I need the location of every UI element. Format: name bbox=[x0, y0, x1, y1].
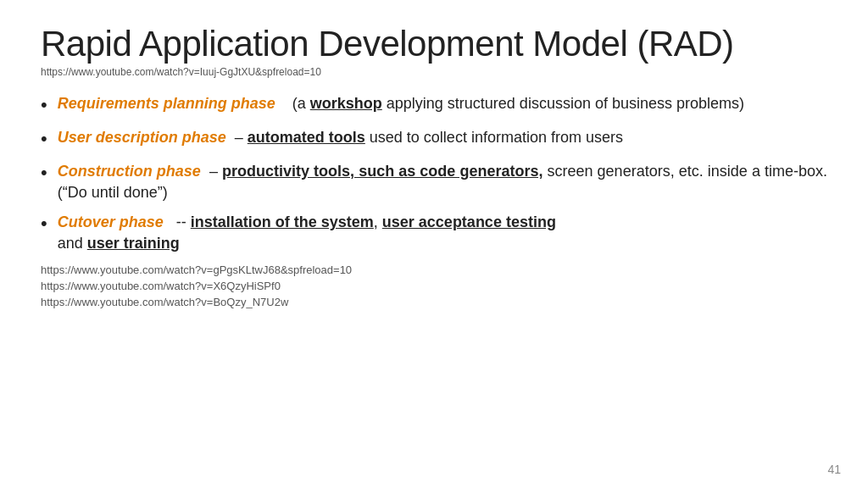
bullet-text-user: User description phase – automated tools… bbox=[58, 127, 827, 148]
bullet-dot-3: • bbox=[41, 160, 47, 186]
phase-label-cutover: Cutover phase bbox=[58, 214, 164, 230]
bullet-item-requirements: • Requirements planning phase (a worksho… bbox=[41, 93, 827, 119]
links-section: https://www.youtube.com/watch?v=gPgsKLtw… bbox=[41, 263, 827, 308]
bullet-text-construction: Construction phase – productivity tools,… bbox=[58, 161, 827, 203]
page-number: 41 bbox=[827, 463, 841, 476]
slide: Rapid Application Development Model (RAD… bbox=[0, 0, 868, 488]
title-block: Rapid Application Development Model (RAD… bbox=[41, 24, 827, 78]
ref-link-2: https://www.youtube.com/watch?v=X6QzyHiS… bbox=[41, 280, 827, 292]
subtitle-link: https://www.youtube.com/watch?v=Iuuj-GgJ… bbox=[41, 66, 827, 78]
slide-title: Rapid Application Development Model (RAD… bbox=[41, 24, 827, 64]
keyword-workshop: workshop bbox=[310, 95, 382, 112]
bullet-item-user: • User description phase – automated too… bbox=[41, 127, 827, 152]
keyword-automated-tools: automated tools bbox=[248, 129, 365, 146]
phase-label-user: User description phase bbox=[58, 129, 226, 146]
keyword-installation: installation of the system bbox=[191, 214, 374, 230]
bullet-list: • Requirements planning phase (a worksho… bbox=[41, 93, 827, 254]
bullet-dot-1: • bbox=[41, 92, 47, 119]
bullet-dot-4: • bbox=[41, 211, 47, 237]
phase-label-construction: Construction phase bbox=[58, 163, 201, 180]
content-area: • Requirements planning phase (a worksho… bbox=[41, 86, 827, 471]
bullet-dot-2: • bbox=[41, 126, 47, 152]
bullet-item-construction: • Construction phase – productivity tool… bbox=[41, 161, 827, 203]
phase-label-requirements: Requirements planning phase bbox=[58, 95, 275, 112]
keyword-user-training: user training bbox=[87, 235, 180, 252]
keyword-productivity-tools: productivity tools, such as code generat… bbox=[222, 163, 542, 180]
keyword-user-acceptance: user acceptance testing bbox=[382, 214, 556, 230]
bullet-text-requirements: Requirements planning phase (a workshop … bbox=[58, 93, 827, 114]
ref-link-1: https://www.youtube.com/watch?v=gPgsKLtw… bbox=[41, 263, 827, 276]
ref-link-3: https://www.youtube.com/watch?v=BoQzy_N7… bbox=[41, 296, 827, 308]
bullet-text-cutover: Cutover phase -- installation of the sys… bbox=[58, 212, 827, 254]
bullet-item-cutover: • Cutover phase -- installation of the s… bbox=[41, 212, 827, 254]
